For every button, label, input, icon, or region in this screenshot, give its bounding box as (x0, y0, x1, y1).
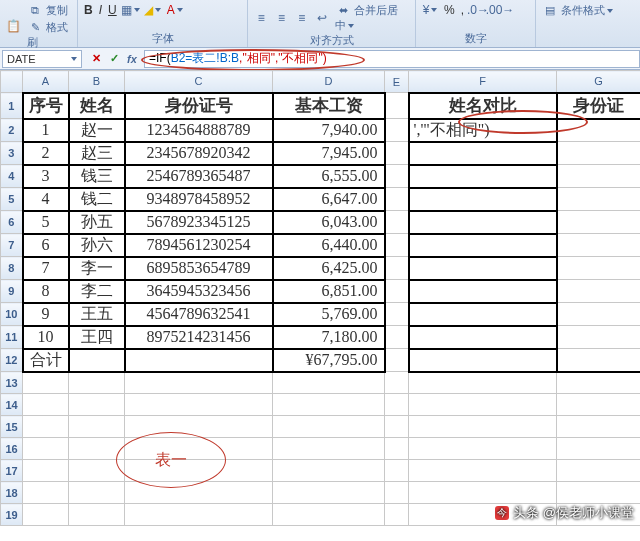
row-header[interactable]: 19 (1, 504, 23, 526)
cell-empty[interactable] (69, 372, 125, 394)
row-header[interactable]: 11 (1, 326, 23, 349)
row-header[interactable]: 5 (1, 188, 23, 211)
cell-E2[interactable] (385, 119, 409, 142)
cell-G6[interactable] (557, 211, 641, 234)
cell-G1[interactable]: 身份证 (557, 93, 641, 119)
cell-A3[interactable]: 2 (23, 142, 69, 165)
cell-E8[interactable] (385, 257, 409, 280)
cell-F11[interactable] (409, 326, 557, 349)
row-header[interactable]: 15 (1, 416, 23, 438)
cell-empty[interactable] (125, 416, 273, 438)
cell-D7[interactable]: 6,440.00 (273, 234, 385, 257)
cell-G10[interactable] (557, 303, 641, 326)
enter-formula-button[interactable]: ✓ (106, 51, 122, 67)
align-top-button[interactable]: ≡ (254, 10, 268, 26)
currency-button[interactable]: ¥ (422, 2, 438, 18)
comma-button[interactable]: , (461, 3, 464, 17)
cell-C5[interactable]: 9348978458952 (125, 188, 273, 211)
cell-empty[interactable] (385, 394, 409, 416)
cell-empty[interactable] (273, 394, 385, 416)
cell-A1[interactable]: 序号 (23, 93, 69, 119)
row-header[interactable]: 17 (1, 460, 23, 482)
font-color-button[interactable]: A (167, 2, 183, 18)
cell-D10[interactable]: 5,769.00 (273, 303, 385, 326)
cell-E10[interactable] (385, 303, 409, 326)
cell-empty[interactable] (557, 482, 641, 504)
border-button[interactable]: ▦ (123, 2, 139, 18)
copy-button[interactable]: ⧉ 复制 (27, 2, 71, 18)
col-header-D[interactable]: D (273, 71, 385, 93)
col-header-F[interactable]: F (409, 71, 557, 93)
cell-D8[interactable]: 6,425.00 (273, 257, 385, 280)
cell-A4[interactable]: 3 (23, 165, 69, 188)
cell-D12[interactable]: ¥67,795.00 (273, 349, 385, 372)
col-header-G[interactable]: G (557, 71, 641, 93)
cell-C11[interactable]: 8975214231456 (125, 326, 273, 349)
cell-empty[interactable] (23, 460, 69, 482)
underline-button[interactable]: U (108, 3, 117, 17)
cell-empty[interactable] (557, 394, 641, 416)
cell-empty[interactable] (385, 438, 409, 460)
cell-empty[interactable] (69, 482, 125, 504)
cell-C2[interactable]: 1234564888789 (125, 119, 273, 142)
cell-C6[interactable]: 5678923345125 (125, 211, 273, 234)
align-mid-button[interactable]: ≡ (274, 10, 288, 26)
cell-G4[interactable] (557, 165, 641, 188)
cell-C10[interactable]: 4564789632541 (125, 303, 273, 326)
row-header[interactable]: 18 (1, 482, 23, 504)
cell-A11[interactable]: 10 (23, 326, 69, 349)
cell-F8[interactable] (409, 257, 557, 280)
cell-B5[interactable]: 钱二 (69, 188, 125, 211)
cell-empty[interactable] (409, 372, 557, 394)
cell-B10[interactable]: 王五 (69, 303, 125, 326)
cell-empty[interactable] (23, 438, 69, 460)
cell-G5[interactable] (557, 188, 641, 211)
cell-G2[interactable] (557, 119, 641, 142)
cell-B6[interactable]: 孙五 (69, 211, 125, 234)
cell-B7[interactable]: 孙六 (69, 234, 125, 257)
cell-F3[interactable] (409, 142, 557, 165)
col-header-C[interactable]: C (125, 71, 273, 93)
row-header[interactable]: 8 (1, 257, 23, 280)
cell-F12[interactable] (409, 349, 557, 372)
cell-D2[interactable]: 7,940.00 (273, 119, 385, 142)
row-header[interactable]: 1 (1, 93, 23, 119)
cell-F6[interactable] (409, 211, 557, 234)
cell-G8[interactable] (557, 257, 641, 280)
cell-D3[interactable]: 7,945.00 (273, 142, 385, 165)
cell-B12[interactable] (69, 349, 125, 372)
cell-empty[interactable] (385, 482, 409, 504)
cell-empty[interactable] (125, 372, 273, 394)
cell-empty[interactable] (273, 438, 385, 460)
cell-E9[interactable] (385, 280, 409, 303)
cell-empty[interactable] (273, 504, 385, 526)
dec-decimal-button[interactable]: .00→ (492, 2, 508, 18)
cell-A7[interactable]: 6 (23, 234, 69, 257)
cell-empty[interactable] (69, 460, 125, 482)
cell-F7[interactable] (409, 234, 557, 257)
cell-empty[interactable] (385, 460, 409, 482)
wrap-text-button[interactable]: ↩ (315, 10, 329, 26)
cell-empty[interactable] (273, 372, 385, 394)
cond-format-button[interactable]: ▤ 条件格式 (542, 2, 613, 18)
row-header[interactable]: 7 (1, 234, 23, 257)
cell-D5[interactable]: 6,647.00 (273, 188, 385, 211)
cell-E3[interactable] (385, 142, 409, 165)
cell-F1[interactable]: 姓名对比 (409, 93, 557, 119)
cell-empty[interactable] (125, 482, 273, 504)
cell-empty[interactable] (409, 394, 557, 416)
cell-F9[interactable] (409, 280, 557, 303)
merge-center-button[interactable]: ⬌ 合并后居中 (335, 2, 409, 33)
cell-empty[interactable] (23, 416, 69, 438)
cell-empty[interactable] (557, 460, 641, 482)
cell-C8[interactable]: 6895853654789 (125, 257, 273, 280)
cell-empty[interactable] (557, 438, 641, 460)
cell-empty[interactable] (69, 416, 125, 438)
cell-D1[interactable]: 基本工资 (273, 93, 385, 119)
align-bot-button[interactable]: ≡ (295, 10, 309, 26)
cell-B4[interactable]: 钱三 (69, 165, 125, 188)
row-header[interactable]: 6 (1, 211, 23, 234)
fx-button[interactable]: fx (124, 51, 140, 67)
cell-A9[interactable]: 8 (23, 280, 69, 303)
cell-A12[interactable]: 合计 (23, 349, 69, 372)
